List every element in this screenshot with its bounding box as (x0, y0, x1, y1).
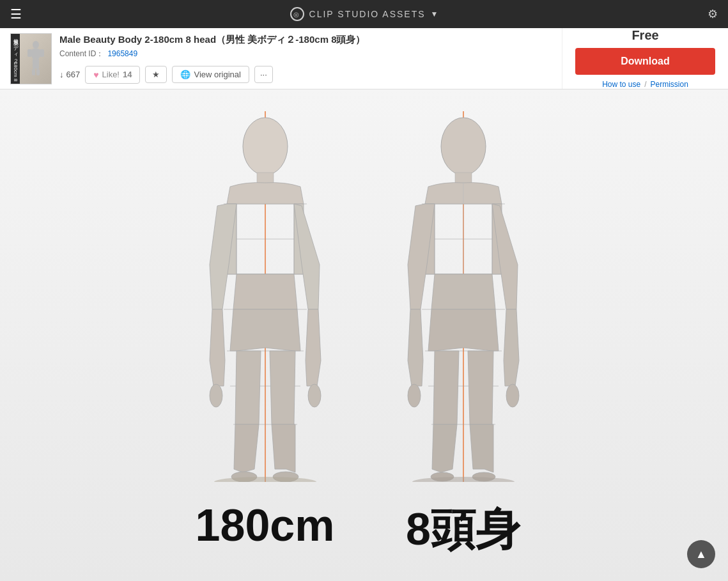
svg-rect-6 (32, 69, 35, 75)
view-original-icon: 🌐 (180, 70, 190, 79)
content-id-link[interactable]: 1965849 (107, 49, 137, 58)
like-button[interactable]: ♥ Like! 14 (85, 66, 140, 84)
svg-point-0 (33, 41, 39, 49)
back-figure (383, 111, 543, 482)
figure-label-height: 180cm (185, 500, 345, 560)
item-info-left: 男性 美ボデ ィ２ 180cm 8頭身 Male Beauty Body 2-1… (0, 28, 562, 89)
svg-rect-3 (40, 49, 44, 57)
price-label: Free (631, 28, 658, 43)
thumbnail-image (20, 34, 51, 84)
back-to-top-button[interactable]: ▲ (687, 540, 715, 568)
like-label: Like! (102, 70, 120, 79)
figure-labels: 180cm 8頭身 (185, 500, 543, 560)
download-button[interactable]: Download (575, 48, 715, 75)
svg-point-42 (412, 477, 515, 482)
figure-container: 180cm 8頭身 ▲ (0, 89, 728, 581)
top-navigation: ☰ ◎ CLIP STUDIO ASSETS ▼ ⚙ (0, 0, 728, 28)
view-original-label: View original (194, 70, 240, 79)
front-figure (185, 111, 345, 482)
content-id-label: Content ID： (59, 49, 104, 59)
download-icon: ↓ (59, 70, 64, 79)
info-links: How to use / Permission (602, 80, 688, 89)
item-info-bar: 男性 美ボデ ィ２ 180cm 8頭身 Male Beauty Body 2-1… (0, 28, 728, 89)
svg-rect-4 (33, 59, 36, 69)
svg-point-20 (210, 384, 222, 407)
site-logo: ◎ CLIP STUDIO ASSETS ▼ (290, 7, 440, 21)
svg-point-24 (214, 477, 316, 482)
item-title: Male Beauty Body 2-180cm 8 head（男性 美ボディ２… (59, 34, 365, 46)
svg-point-38 (408, 384, 421, 407)
logo-icon: ◎ (290, 7, 304, 21)
download-count: ↓ 667 (59, 70, 80, 79)
like-count: 14 (123, 70, 132, 79)
svg-rect-2 (27, 49, 32, 57)
item-actions: ↓ 667 ♥ Like! 14 ★ 🌐 View original ··· (59, 66, 365, 84)
item-content-id: Content ID： 1965849 (59, 49, 365, 59)
link-separator: / (644, 80, 646, 89)
like-icon: ♥ (93, 70, 98, 80)
permission-link[interactable]: Permission (651, 80, 688, 89)
bookmark-button[interactable]: ★ (145, 66, 167, 83)
menu-icon[interactable]: ☰ (10, 6, 22, 22)
figures-wrapper (185, 111, 543, 482)
svg-rect-1 (32, 49, 40, 59)
thumbnail-label: 男性 美ボデ ィ２ 180cm 8頭身 (11, 34, 20, 84)
svg-point-33 (441, 118, 486, 175)
back-to-top-icon: ▲ (695, 548, 707, 561)
figure-label-heads: 8頭身 (383, 500, 543, 560)
svg-point-21 (308, 384, 321, 407)
download-panel: Free Download How to use / Permission (562, 28, 728, 89)
how-to-use-link[interactable]: How to use (602, 80, 640, 89)
settings-icon[interactable]: ⚙ (708, 7, 718, 21)
logo-dropdown-arrow[interactable]: ▼ (431, 10, 440, 19)
svg-rect-5 (36, 59, 39, 69)
view-original-button[interactable]: 🌐 View original (172, 66, 249, 83)
item-thumbnail: 男性 美ボデ ィ２ 180cm 8頭身 (10, 33, 52, 84)
svg-point-39 (506, 384, 519, 407)
main-content: 180cm 8頭身 ▲ (0, 89, 728, 581)
svg-point-16 (243, 118, 288, 175)
download-number: 667 (66, 70, 81, 79)
item-details: Male Beauty Body 2-180cm 8 head（男性 美ボディ２… (59, 34, 365, 84)
logo-text: CLIP STUDIO ASSETS (309, 9, 426, 19)
more-options-button[interactable]: ··· (254, 66, 273, 83)
star-icon: ★ (152, 70, 160, 79)
svg-rect-7 (36, 69, 40, 75)
